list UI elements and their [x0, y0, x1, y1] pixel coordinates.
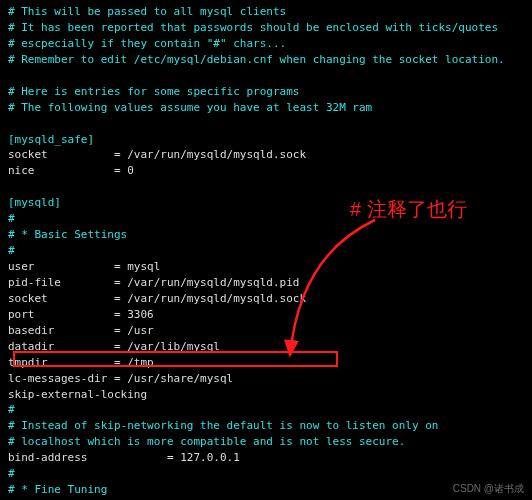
comment-line: # This will be passed to all mysql clien…: [8, 4, 524, 20]
comment-line: # It has been reported that passwords sh…: [8, 20, 524, 36]
section-mysqld: [mysqld]: [8, 195, 524, 211]
setting-port: port = 3306: [8, 307, 524, 323]
comment-line: # The following values assume you have a…: [8, 100, 524, 116]
comment-line: # localhost which is more compatible and…: [8, 434, 524, 450]
setting-skip-external-locking: skip-external-locking: [8, 387, 524, 403]
setting-user: user = mysql: [8, 259, 524, 275]
setting-pid-file: pid-file = /var/run/mysqld/mysqld.pid: [8, 275, 524, 291]
comment-line: # Here is entries for some specific prog…: [8, 84, 524, 100]
setting-bind-address: bind-address = 127.0.0.1: [8, 450, 524, 466]
comment-line: #: [8, 243, 524, 259]
comment-line: #: [8, 402, 524, 418]
setting-socket: socket = /var/run/mysqld/mysqld.sock: [8, 291, 524, 307]
setting-datadir: datadir = /var/lib/mysql: [8, 339, 524, 355]
terminal-content: # This will be passed to all mysql clien…: [8, 4, 524, 500]
setting-socket: socket = /var/run/mysqld/mysqld.sock: [8, 147, 524, 163]
setting-lc-messages: lc-messages-dir = /usr/share/mysql: [8, 371, 524, 387]
comment-line: #: [8, 211, 524, 227]
watermark: CSDN @诸书成: [453, 482, 524, 497]
setting-basedir: basedir = /usr: [8, 323, 524, 339]
setting-nice: nice = 0: [8, 163, 524, 179]
comment-line: # escpecially if they contain "#" chars.…: [8, 36, 524, 52]
section-mysqld-safe: [mysqld_safe]: [8, 132, 524, 148]
comment-line: # Instead of skip-networking the default…: [8, 418, 524, 434]
comment-line: # Remember to edit /etc/mysql/debian.cnf…: [8, 52, 524, 68]
setting-tmpdir: tmpdir = /tmp: [8, 355, 524, 371]
comment-line: # * Fine Tuning: [8, 482, 524, 498]
comment-line: # * Basic Settings: [8, 227, 524, 243]
comment-line: #: [8, 466, 524, 482]
